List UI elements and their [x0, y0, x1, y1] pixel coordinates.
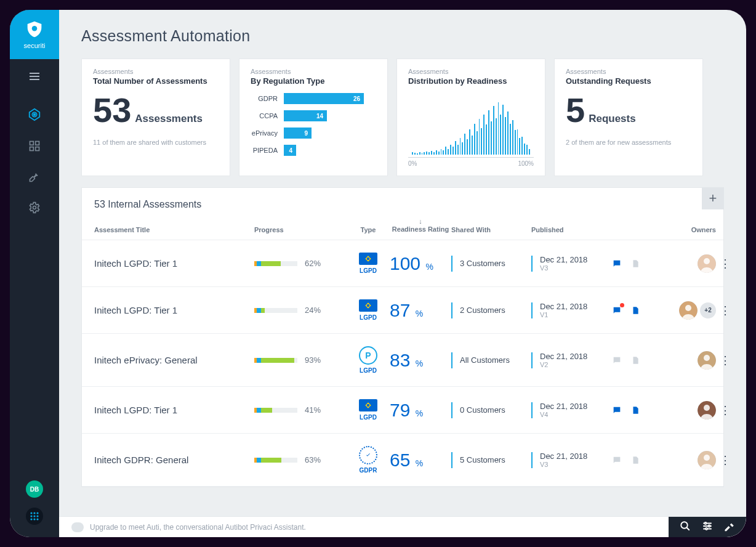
comments-icon[interactable] [611, 455, 622, 466]
sliders-icon [702, 521, 713, 532]
row-menu[interactable]: ⋮ [716, 257, 734, 270]
shared-with: 2 Customers [451, 302, 531, 318]
svg-point-34 [704, 405, 710, 411]
chat-icon[interactable] [71, 522, 84, 532]
type-label: GDPR [360, 467, 377, 474]
hdr-rating[interactable]: ↓ Readiness Rating [390, 217, 451, 233]
svg-point-44 [706, 528, 707, 530]
row-menu[interactable]: ⋮ [716, 453, 734, 467]
owners-more[interactable]: +2 [700, 302, 716, 318]
filter-button[interactable] [702, 521, 713, 534]
svg-point-26 [367, 304, 370, 307]
svg-point-30 [704, 355, 710, 361]
type-label: LGPD [360, 314, 377, 321]
table-row[interactable]: Initech LGPD: Tier 141%LGPD79 %0 Custome… [82, 387, 723, 434]
published: Dec 21, 2018V4 [531, 402, 611, 418]
reg-bar-row: PIPEDA4 [251, 145, 376, 156]
table-row[interactable]: Initech GDPR: General63%GDPR65 %5 Custom… [82, 434, 723, 487]
owners [654, 451, 716, 469]
table-row[interactable]: Initech LGPD: Tier 124%LGPD87 %2 Custome… [82, 287, 723, 334]
document-icon[interactable] [630, 258, 641, 269]
comments-icon[interactable] [611, 305, 622, 316]
comments-icon[interactable] [611, 405, 622, 416]
document-icon[interactable] [630, 405, 641, 416]
owner-avatar[interactable] [698, 401, 716, 419]
owners [654, 351, 716, 370]
svg-point-16 [33, 515, 35, 517]
apps-launcher[interactable] [26, 508, 43, 525]
upgrade-message: Upgrade to meet Auti, the conversational… [90, 523, 669, 532]
card-title: Distribution by Readiness [408, 76, 534, 86]
row-menu[interactable]: ⋮ [716, 403, 734, 417]
svg-rect-10 [36, 147, 39, 151]
progress-value: 41% [305, 405, 321, 415]
gear-icon [28, 201, 41, 214]
readiness-rating: 79 % [390, 400, 451, 421]
published: Dec 21, 2018V2 [531, 352, 611, 368]
svg-rect-7 [30, 142, 34, 145]
progress-cell: 24% [254, 306, 347, 315]
summary-cards: Assessments Total Number of Assessments … [81, 59, 724, 176]
owner-avatar[interactable] [698, 351, 716, 370]
type-label: LGPD [360, 414, 377, 421]
assessment-title: Initech LGPD: Tier 1 [94, 305, 254, 315]
progress-value: 93% [305, 355, 321, 365]
type-cell: GDPR [347, 446, 390, 474]
logo[interactable]: securiti [10, 10, 59, 59]
readiness-rating: 83 % [390, 350, 451, 371]
progress-cell: 93% [254, 355, 347, 365]
published: Dec 21, 2018V3 [531, 452, 611, 468]
add-assessment-button[interactable]: + [702, 187, 724, 209]
reg-bar-row: CCPA14 [251, 110, 376, 121]
nav-tools[interactable] [28, 171, 41, 185]
nav-radar[interactable] [28, 108, 41, 124]
shared-with: 3 Customers [451, 256, 531, 272]
axis-max: 100% [518, 160, 534, 167]
search-button[interactable] [680, 521, 691, 534]
hdr-title[interactable]: Assessment Title [94, 226, 254, 233]
svg-point-18 [30, 518, 32, 520]
card-kicker: Assessments [566, 68, 691, 75]
card-total-assessments: Assessments Total Number of Assessments … [81, 59, 230, 176]
flag-eu-icon [359, 446, 377, 464]
row-menu[interactable]: ⋮ [716, 304, 734, 317]
nav-settings[interactable] [28, 201, 41, 216]
table-row[interactable]: Initech ePrivacy: General93%PLGPD83 %All… [82, 334, 723, 387]
hdr-progress[interactable]: Progress [254, 226, 347, 233]
comments-icon[interactable] [611, 355, 622, 366]
table-title: 53 Internal Assessments [82, 188, 723, 217]
progress-value: 24% [305, 306, 321, 315]
owners [654, 401, 716, 419]
svg-point-37 [681, 522, 688, 529]
svg-point-19 [33, 518, 35, 520]
regulation-bar-chart: GDPR26CCPA14ePrivacy9PIPEDA4 [251, 93, 376, 156]
svg-point-22 [367, 257, 370, 261]
type-label: LGPD [360, 267, 377, 274]
owner-avatar[interactable] [698, 254, 716, 273]
type-label: LGPD [360, 367, 377, 374]
row-menu[interactable]: ⋮ [716, 354, 734, 367]
total-unit: Assessments [135, 113, 203, 124]
outstanding-value: 5 [566, 93, 585, 128]
flag-lgpd-icon [359, 399, 377, 411]
search-icon [680, 521, 691, 532]
owner-avatar[interactable] [698, 451, 716, 469]
hdr-type[interactable]: Type [347, 226, 390, 233]
build-button[interactable] [724, 521, 735, 534]
hdr-published[interactable]: Published [531, 226, 611, 233]
hamburger-icon [30, 73, 39, 80]
table-row[interactable]: Initech LGPD: Tier 162%LGPD100 %3 Custom… [82, 240, 723, 287]
menu-toggle[interactable] [30, 70, 39, 83]
hdr-owners[interactable]: Owners [654, 226, 716, 233]
svg-point-14 [36, 512, 38, 514]
progress-bar [254, 408, 297, 413]
document-icon[interactable] [630, 305, 641, 316]
svg-point-12 [30, 512, 32, 514]
hdr-shared[interactable]: Shared With [451, 226, 531, 233]
user-avatar[interactable]: DB [26, 480, 43, 498]
owner-avatar[interactable] [679, 301, 698, 320]
comments-icon[interactable] [611, 258, 622, 269]
document-icon[interactable] [630, 355, 641, 366]
nav-grid[interactable] [28, 140, 41, 155]
document-icon[interactable] [630, 455, 641, 466]
